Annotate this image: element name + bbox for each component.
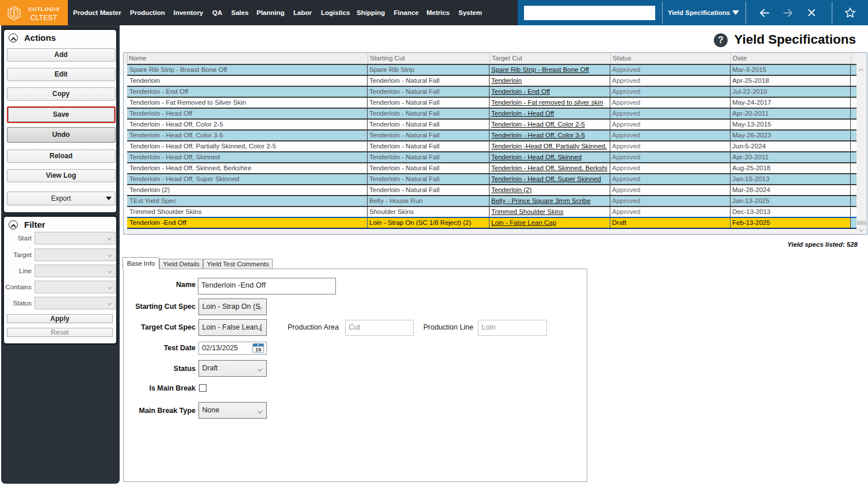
svg-text:15: 15 [255, 346, 262, 353]
